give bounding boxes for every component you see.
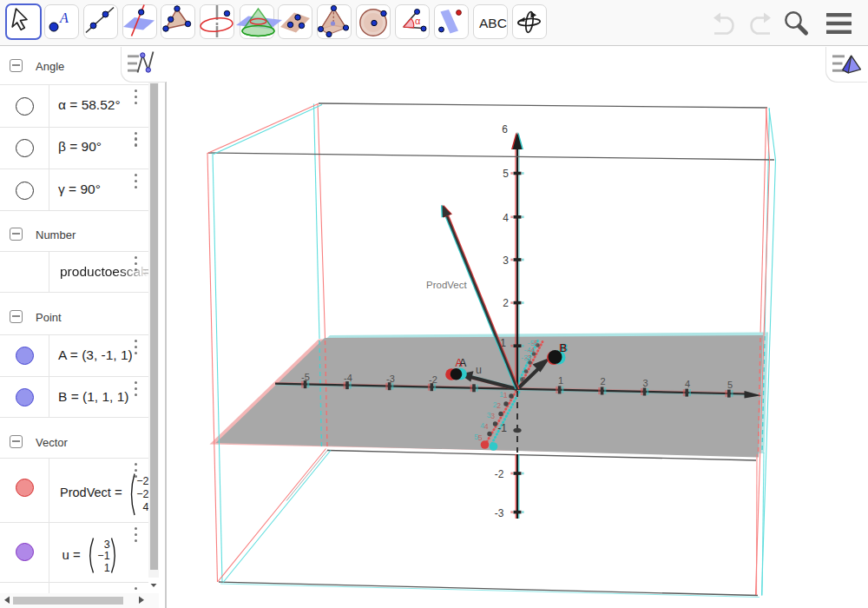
svg-text:6: 6	[502, 123, 508, 135]
svg-text:1: 1	[558, 375, 563, 386]
svg-text:-5: -5	[531, 339, 538, 347]
svg-text:-5: -5	[301, 372, 310, 382]
svg-text:=: =	[73, 547, 81, 562]
svg-text:-2: -2	[495, 468, 504, 480]
svg-text:1: 1	[503, 391, 508, 400]
svg-text:4: 4	[685, 379, 690, 389]
svg-text:3: 3	[503, 254, 509, 267]
svg-text:u: u	[62, 547, 69, 562]
svg-text:2: 2	[600, 376, 605, 387]
svg-text:-2: -2	[429, 374, 437, 385]
svg-text:−1: −1	[97, 550, 109, 562]
svg-text:ProdVect: ProdVect	[426, 280, 467, 290]
svg-text:α: α	[415, 16, 421, 26]
svg-text:A: A	[459, 357, 467, 369]
svg-text:2: 2	[503, 297, 509, 309]
svg-text:−2: −2	[136, 488, 148, 500]
svg-text:B: B	[560, 342, 567, 354]
svg-text:5: 5	[478, 433, 483, 442]
svg-text:-3: -3	[495, 507, 504, 519]
svg-text:3: 3	[490, 412, 495, 420]
svg-text:1: 1	[104, 562, 110, 574]
svg-text:ProdVect: ProdVect	[60, 486, 111, 499]
svg-text:-4: -4	[528, 346, 535, 354]
svg-text:5: 5	[503, 168, 509, 180]
svg-text:3: 3	[104, 539, 110, 551]
svg-text:-3: -3	[386, 373, 395, 384]
svg-text:3: 3	[642, 378, 648, 388]
svg-text:4: 4	[484, 422, 489, 431]
svg-text:-4: -4	[344, 373, 352, 383]
svg-text:5: 5	[727, 380, 733, 390]
svg-text:ABC: ABC	[479, 16, 507, 30]
svg-text:A: A	[59, 10, 69, 25]
svg-text:u: u	[476, 364, 482, 376]
svg-text:−2: −2	[136, 475, 148, 487]
svg-text:2: 2	[496, 401, 501, 410]
svg-text:=: =	[115, 485, 122, 499]
svg-text:-1: -1	[497, 422, 507, 434]
svg-text:4: 4	[503, 212, 509, 224]
svg-text:-3: -3	[525, 354, 532, 362]
